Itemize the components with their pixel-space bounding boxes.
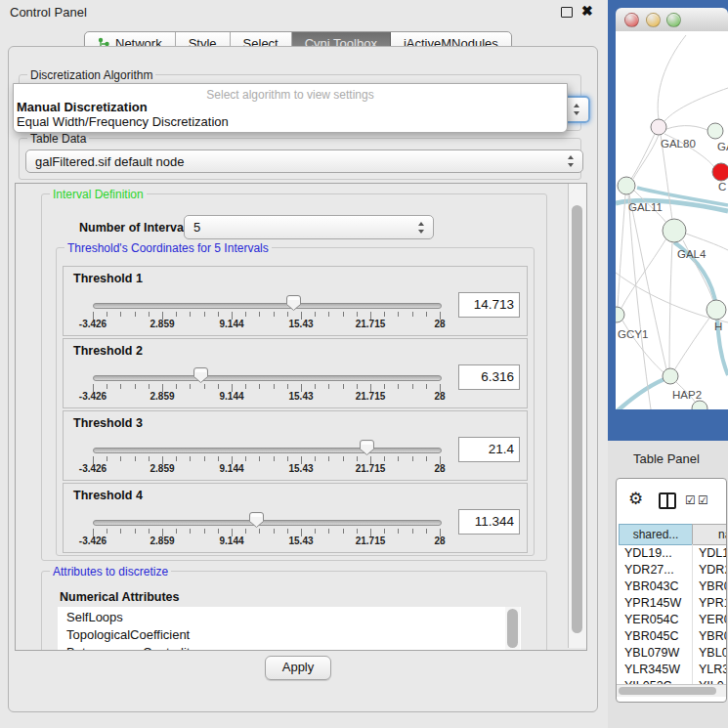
checked-box-icon[interactable]: ☑ — [698, 494, 708, 506]
threshold-value-field[interactable]: 11.344 — [458, 509, 520, 535]
attribute-list-item[interactable]: TopologicalCoefficient — [66, 626, 190, 644]
network-canvas[interactable]: GAL80GALCGAL11GAL4HGCY1HAP2 — [616, 31, 728, 409]
table-cell-shared-name[interactable]: YDR27... — [624, 562, 674, 578]
number-of-intervals-combo[interactable]: 5 — [184, 215, 434, 239]
split-columns-icon[interactable] — [659, 492, 676, 509]
slider-track[interactable] — [93, 375, 442, 381]
slider-thumb[interactable] — [285, 294, 302, 312]
network-edge — [628, 194, 651, 409]
control-panel-titlebar: Control Panel ✖ — [0, 0, 604, 25]
list-scrollbar-thumb[interactable] — [507, 609, 518, 648]
network-node[interactable] — [651, 119, 666, 135]
network-node[interactable] — [707, 300, 726, 320]
slider-tick — [149, 384, 150, 389]
slider-tick-label: 28 — [434, 463, 445, 474]
attribute-list-item[interactable]: SelfLoops — [66, 609, 123, 626]
slider-tick — [245, 312, 246, 317]
table-cell-name[interactable]: YBR0 — [699, 578, 727, 595]
table-cell-name[interactable]: YER0 — [699, 612, 727, 628]
slider-tick — [135, 384, 136, 389]
slider-tick — [287, 529, 288, 534]
slider-tick — [274, 312, 275, 317]
threshold-value-field[interactable]: 14.713 — [458, 292, 520, 318]
horizontal-scrollbar[interactable] — [617, 684, 726, 697]
close-icon[interactable]: ✖ — [581, 3, 593, 19]
minimize-light-icon[interactable] — [646, 13, 661, 27]
column-header-name[interactable]: name — [692, 524, 727, 545]
slider-thumb[interactable] — [248, 511, 265, 529]
table-cell-name[interactable]: YLR3 — [699, 662, 727, 678]
table-cell-name[interactable]: YDR2 — [699, 562, 727, 578]
slider-tick — [343, 529, 344, 534]
zoom-light-icon[interactable] — [666, 13, 681, 27]
slider-track[interactable] — [93, 303, 442, 309]
network-edge — [618, 194, 625, 307]
slider-tick — [398, 529, 399, 534]
table-cell-name[interactable]: YPR1 — [699, 595, 727, 612]
table-cell-shared-name[interactable]: YDL19... — [624, 545, 672, 562]
threshold-value-field[interactable]: 6.316 — [458, 364, 520, 390]
threshold-panel: Threshold 4-3.4262.8599.14415.4321.71528… — [63, 483, 528, 553]
table-cell-name[interactable]: YDL1 — [699, 545, 727, 562]
apply-button[interactable]: Apply — [265, 656, 331, 680]
slider-tick-label: 15.43 — [288, 535, 313, 546]
network-edge — [669, 242, 672, 368]
threshold-panel: Threshold 3-3.4262.8599.14415.4321.71528… — [63, 410, 528, 481]
algorithm-option[interactable]: Equal Width/Frequency Discretization — [17, 114, 229, 129]
table-cell-shared-name[interactable]: YPR145W — [624, 595, 681, 612]
slider-tick — [259, 312, 260, 317]
slider-tick — [274, 384, 275, 389]
slider-tick — [315, 456, 316, 461]
slider-tick-label: 21.715 — [356, 319, 386, 329]
slider-thumb[interactable] — [359, 439, 375, 456]
network-node[interactable] — [663, 368, 678, 384]
network-node[interactable] — [663, 219, 686, 242]
vertical-scrollbar[interactable] — [568, 184, 586, 648]
network-edge — [664, 88, 728, 121]
slider-tick — [204, 456, 205, 461]
network-node[interactable] — [618, 177, 635, 194]
checked-box-icon[interactable]: ☑ — [685, 494, 696, 506]
table-data-combo[interactable]: galFiltered.sif default node — [25, 150, 583, 173]
slider-thumb[interactable] — [193, 366, 209, 384]
network-node[interactable] — [616, 307, 624, 322]
slider-tick — [259, 456, 260, 461]
slider-tick — [384, 529, 385, 534]
table-cell-shared-name[interactable]: YBR045C — [624, 628, 679, 645]
horizontal-scrollbar-thumb[interactable] — [619, 687, 716, 695]
network-node-label: GCY1 — [618, 328, 648, 340]
network-edge-thick — [616, 377, 669, 409]
float-window-icon[interactable] — [561, 7, 573, 18]
network-window-frame[interactable]: GAL80GALCGAL11GAL4HGCY1HAP2 — [608, 0, 728, 441]
table-cell-name[interactable]: YBR0 — [699, 628, 727, 645]
network-window-titlebar[interactable] — [616, 8, 728, 32]
column-header-shared-name[interactable]: shared... — [619, 524, 693, 545]
updown-arrows-icon — [418, 222, 425, 234]
numerical-attributes-label: Numerical Attributes — [60, 590, 179, 604]
table-cell-shared-name[interactable]: YER054C — [624, 612, 679, 628]
vertical-scrollbar-thumb[interactable] — [572, 205, 582, 633]
table-cell-shared-name[interactable]: YBL079W — [624, 645, 679, 662]
slider-tick — [204, 384, 205, 389]
algorithm-option[interactable]: Manual Discretization — [17, 100, 148, 114]
network-node[interactable] — [712, 163, 728, 181]
table-cell-shared-name[interactable]: YLR345W — [624, 662, 680, 678]
close-light-icon[interactable] — [624, 13, 639, 27]
slider-track[interactable] — [93, 448, 442, 453]
slider-track[interactable] — [93, 520, 442, 526]
table-data-title: Table Data — [27, 132, 89, 146]
list-scrollbar[interactable] — [505, 607, 520, 651]
network-node[interactable] — [692, 401, 707, 409]
table-cell-shared-name[interactable]: YBR043C — [624, 578, 679, 595]
slider-tick-label: 2.859 — [150, 391, 174, 402]
numerical-attributes-list[interactable]: SelfLoopsTopologicalCoefficientBetweenne… — [58, 607, 521, 651]
settings-scrollpane: Interval Definition Number of Intervals … — [15, 183, 587, 651]
threshold-value-field[interactable]: 21.4 — [458, 437, 520, 462]
network-node[interactable] — [707, 123, 723, 139]
slider-tick — [204, 529, 205, 534]
slider-tick — [259, 384, 260, 389]
table-cell-name[interactable]: YBL0 — [699, 645, 727, 662]
slider-tick — [328, 312, 329, 317]
gear-icon[interactable]: ⚙ — [628, 491, 643, 507]
attribute-list-item[interactable]: BetweennessCentrality — [66, 644, 196, 651]
